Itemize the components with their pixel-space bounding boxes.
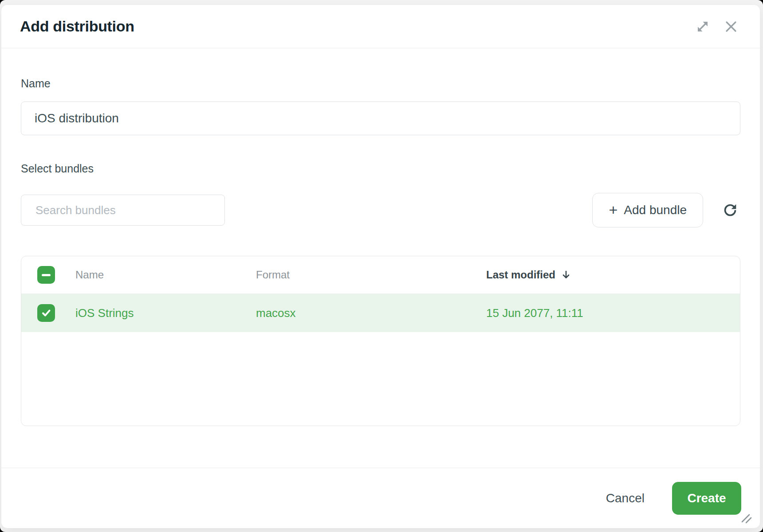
row-cell-last-modified: 15 Jun 2077, 11:11 xyxy=(486,306,740,320)
row-cell-name: iOS Strings xyxy=(75,306,256,320)
resize-handle[interactable] xyxy=(739,510,754,525)
column-header-format: Format xyxy=(256,269,486,281)
search-bundles-input[interactable] xyxy=(21,195,225,226)
table-header-row: Name Format Last modified xyxy=(21,256,740,293)
add-bundle-button-label: Add bundle xyxy=(624,203,687,217)
modal-title: Add distribution xyxy=(20,18,134,35)
expand-icon xyxy=(694,18,711,35)
close-button[interactable] xyxy=(724,19,739,34)
close-icon xyxy=(724,19,739,34)
expand-button[interactable] xyxy=(694,18,711,35)
row-checkbox-cell xyxy=(21,304,75,322)
table-row[interactable]: iOS Strings macosx 15 Jun 2077, 11:11 xyxy=(21,294,740,332)
resize-handle-icon xyxy=(739,510,754,525)
row-cell-format: macosx xyxy=(256,306,486,320)
name-input[interactable] xyxy=(21,102,740,135)
column-header-name: Name xyxy=(75,269,256,281)
bundles-table: Name Format Last modified xyxy=(21,256,740,426)
sort-desc-arrow-icon xyxy=(561,270,571,280)
name-field-label: Name xyxy=(21,77,740,90)
select-bundles-label: Select bundles xyxy=(21,162,740,175)
modal-header: Add distribution xyxy=(1,5,760,48)
bundles-toolbar: + Add bundle xyxy=(21,193,740,227)
column-header-last-modified-label: Last modified xyxy=(486,269,555,281)
modal-header-actions xyxy=(694,18,739,35)
bundles-actions: + Add bundle xyxy=(592,193,740,227)
plus-icon: + xyxy=(609,202,617,217)
refresh-bundles-button[interactable] xyxy=(720,200,740,220)
select-all-cell xyxy=(21,266,75,284)
select-all-checkbox-indeterminate[interactable] xyxy=(37,266,55,284)
cancel-button[interactable]: Cancel xyxy=(606,491,645,505)
refresh-icon xyxy=(721,201,739,219)
row-checkbox-checked[interactable] xyxy=(37,304,55,322)
modal-body: Name Select bundles + Add bundle xyxy=(1,48,760,468)
add-bundle-button[interactable]: + Add bundle xyxy=(592,193,703,227)
checkbox-checked-icon xyxy=(40,307,52,319)
column-header-last-modified[interactable]: Last modified xyxy=(486,269,740,281)
checkbox-indeterminate-icon xyxy=(42,274,51,276)
add-distribution-modal: Add distribution xyxy=(1,4,760,528)
modal-footer: Cancel Create xyxy=(1,468,760,528)
create-button[interactable]: Create xyxy=(672,482,741,515)
